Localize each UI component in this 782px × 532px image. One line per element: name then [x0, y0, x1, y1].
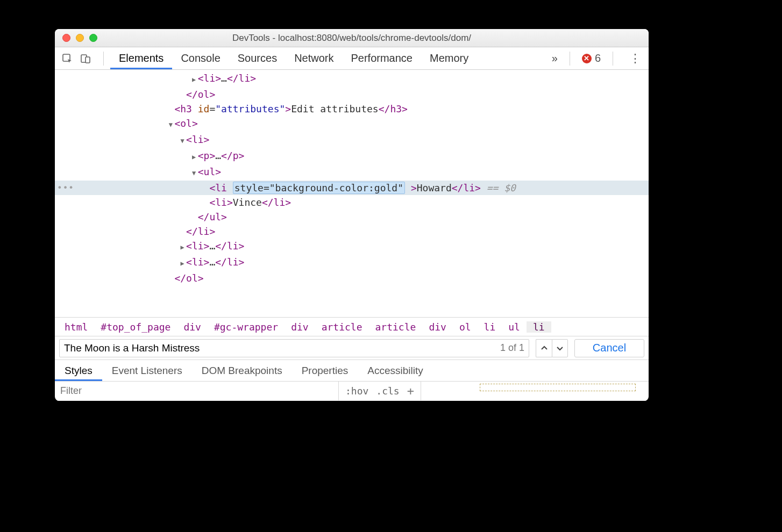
expand-arrow-icon[interactable]: [190, 150, 198, 164]
minimize-icon[interactable]: [76, 34, 84, 42]
expand-arrow-icon[interactable]: [167, 118, 174, 132]
dom-row[interactable]: <li>…</li>: [55, 239, 649, 255]
device-toolbar-icon[interactable]: [79, 52, 93, 66]
search-next-button[interactable]: [552, 339, 568, 357]
attribute-edit-field[interactable]: style="background-color:gold": [233, 182, 405, 194]
subtab-accessibility[interactable]: Accessibility: [358, 360, 432, 381]
search-count: 1 of 1: [496, 342, 524, 354]
error-icon: ✕: [582, 54, 592, 63]
cancel-button[interactable]: Cancel: [574, 339, 644, 357]
dom-breadcrumb: html#top_of_pagediv#gc-wrapperdivarticle…: [55, 317, 649, 336]
breadcrumb-item[interactable]: article: [315, 321, 369, 333]
window-title: DevTools - localhost:8080/web/tools/chro…: [55, 33, 649, 44]
traffic-lights: [55, 34, 97, 42]
dom-row[interactable]: </ol>: [55, 87, 649, 102]
toolbar-right: » ✕ 6 ⋮: [552, 52, 645, 66]
search-box: 1 of 1: [59, 339, 529, 357]
breadcrumb-item[interactable]: #gc-wrapper: [208, 321, 285, 333]
separator: [103, 52, 104, 66]
expand-arrow-icon[interactable]: [190, 166, 198, 181]
search-step-buttons: [536, 339, 568, 357]
subtab-styles[interactable]: Styles: [55, 360, 102, 381]
dom-row[interactable]: <li>: [55, 132, 649, 148]
breadcrumb-item[interactable]: div: [177, 321, 208, 333]
breadcrumb-item[interactable]: ul: [502, 321, 527, 333]
dom-row[interactable]: </li>: [55, 224, 649, 239]
expand-arrow-icon[interactable]: [179, 256, 186, 271]
styles-subtabs: StylesEvent ListenersDOM BreakpointsProp…: [55, 360, 649, 382]
tab-sources[interactable]: Sources: [229, 47, 286, 69]
elements-dom-tree[interactable]: <li>…</li> </ol> <h3 id="attributes">Edi…: [55, 70, 649, 317]
titlebar: DevTools - localhost:8080/web/tools/chro…: [55, 29, 649, 47]
dom-row[interactable]: <ul>: [55, 164, 649, 181]
svg-rect-2: [86, 57, 90, 63]
search-prev-button[interactable]: [536, 339, 552, 357]
styles-toolbar: :hov .cls +: [55, 382, 649, 401]
dom-row[interactable]: <li>…</li>: [55, 71, 649, 87]
error-count: 6: [595, 52, 601, 64]
tab-elements[interactable]: Elements: [110, 47, 172, 69]
breadcrumb-item[interactable]: #top_of_page: [94, 321, 177, 333]
hov-toggle[interactable]: :hov: [345, 385, 368, 397]
search-bar: 1 of 1 Cancel: [55, 336, 649, 360]
close-icon[interactable]: [62, 34, 70, 42]
breadcrumb-item[interactable]: li: [478, 321, 502, 333]
devtools-window: DevTools - localhost:8080/web/tools/chro…: [55, 29, 649, 401]
styles-body: [421, 382, 649, 400]
error-badge[interactable]: ✕ 6: [582, 52, 601, 64]
settings-menu-icon[interactable]: ⋮: [625, 52, 645, 66]
separator: [570, 52, 570, 66]
dom-row[interactable]: <li>Vince</li>: [55, 195, 649, 210]
breadcrumb-item[interactable]: ol: [453, 321, 478, 333]
tab-memory[interactable]: Memory: [421, 47, 477, 69]
breadcrumb-item[interactable]: li: [527, 321, 551, 333]
tab-console[interactable]: Console: [172, 47, 229, 69]
dom-row-selected[interactable]: ••• <li style="background-color:gold" >H…: [55, 181, 649, 195]
subtab-event-listeners[interactable]: Event Listeners: [102, 360, 192, 381]
tab-network[interactable]: Network: [286, 47, 342, 69]
breadcrumb-item[interactable]: div: [422, 321, 453, 333]
expand-arrow-icon[interactable]: [190, 73, 198, 87]
breadcrumb-item[interactable]: article: [369, 321, 423, 333]
expand-arrow-icon[interactable]: [179, 134, 186, 148]
dom-row[interactable]: <ol>: [55, 116, 649, 132]
subtab-dom-breakpoints[interactable]: DOM Breakpoints: [192, 360, 292, 381]
cls-toggle[interactable]: .cls: [376, 385, 399, 397]
expand-arrow-icon[interactable]: [179, 240, 186, 255]
breadcrumb-item[interactable]: html: [58, 321, 94, 333]
dom-row[interactable]: <li>…</li>: [55, 255, 649, 271]
more-tabs-icon[interactable]: »: [552, 52, 558, 64]
search-input[interactable]: [64, 342, 496, 354]
maximize-icon[interactable]: [89, 34, 97, 42]
subtab-properties[interactable]: Properties: [292, 360, 358, 381]
panel-tabs: ElementsConsoleSourcesNetworkPerformance…: [110, 47, 477, 69]
dom-row[interactable]: </ul>: [55, 210, 649, 224]
breadcrumb-item[interactable]: div: [285, 321, 315, 333]
styles-filter-box: [55, 382, 339, 400]
dom-row[interactable]: <h3 id="attributes">Edit attributes</h3>: [55, 102, 649, 116]
styles-hov-cls: :hov .cls +: [339, 382, 421, 400]
inspect-element-icon[interactable]: [60, 52, 74, 66]
box-model-fragment: [480, 384, 636, 391]
dom-row[interactable]: <p>…</p>: [55, 148, 649, 164]
styles-filter-input[interactable]: [60, 385, 338, 397]
new-style-rule-icon[interactable]: +: [407, 384, 414, 398]
tab-performance[interactable]: Performance: [343, 47, 422, 69]
main-toolbar: ElementsConsoleSourcesNetworkPerformance…: [55, 47, 649, 70]
separator: [613, 52, 613, 66]
dom-row[interactable]: </ol>: [55, 271, 649, 285]
